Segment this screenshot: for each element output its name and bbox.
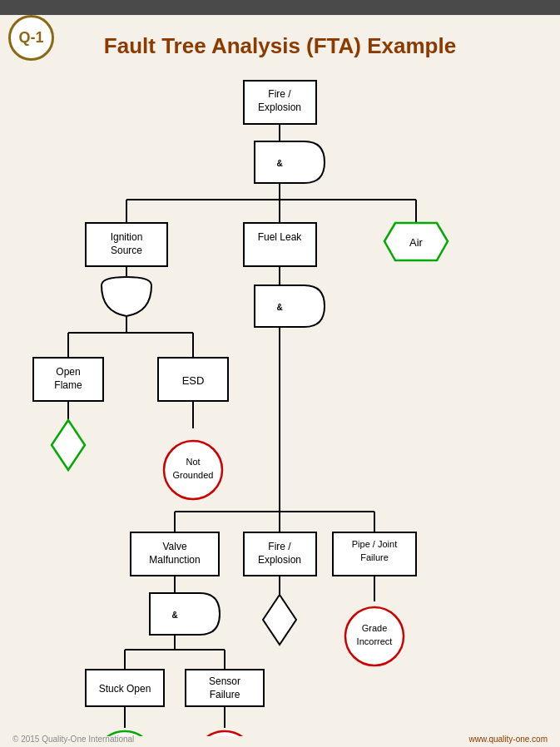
svg-text:&: &: [276, 159, 282, 168]
top-bar: [0, 0, 560, 15]
svg-text:Not: Not: [186, 457, 200, 467]
svg-text:Stuck Open: Stuck Open: [99, 683, 151, 695]
svg-text:Valve: Valve: [162, 541, 186, 552]
svg-text:Explosion: Explosion: [258, 101, 301, 113]
svg-text:&: &: [276, 303, 282, 312]
svg-text:Sensor: Sensor: [209, 675, 240, 687]
svg-text:&: &: [171, 611, 177, 620]
svg-text:Flame: Flame: [54, 379, 82, 391]
svg-text:Incorrect: Incorrect: [357, 636, 393, 646]
footer-right[interactable]: www.quality-one.com: [469, 735, 548, 744]
fta-diagram: Fire / Explosion & Ignition Source Fuel …: [0, 62, 560, 736]
svg-text:Grade: Grade: [362, 623, 388, 633]
svg-text:Malfunction: Malfunction: [149, 554, 200, 566]
svg-marker-31: [52, 420, 85, 470]
page-title: Fault Tree Analysis (FTA) Example: [0, 15, 560, 67]
svg-text:Grounded: Grounded: [173, 470, 214, 480]
svg-text:Open: Open: [56, 366, 80, 378]
svg-text:Fire /: Fire /: [268, 88, 291, 100]
footer: © 2015 Quality-One International www.qua…: [0, 735, 560, 744]
svg-rect-14: [244, 223, 316, 266]
logo: Q-1: [8, 15, 54, 61]
svg-text:Failure: Failure: [360, 552, 389, 562]
svg-text:Explosion: Explosion: [258, 554, 301, 566]
svg-text:ESD: ESD: [182, 374, 205, 387]
svg-marker-53: [263, 595, 296, 645]
svg-text:Air: Air: [409, 236, 424, 249]
svg-text:Ignition: Ignition: [111, 231, 143, 243]
svg-text:Failure: Failure: [210, 689, 240, 700]
svg-text:Pipe / Joint: Pipe / Joint: [352, 539, 397, 549]
svg-text:Fire /: Fire /: [268, 541, 291, 552]
footer-left: © 2015 Quality-One International: [12, 735, 134, 744]
svg-text:Fuel Leak: Fuel Leak: [258, 231, 303, 243]
svg-text:Source: Source: [111, 245, 142, 256]
